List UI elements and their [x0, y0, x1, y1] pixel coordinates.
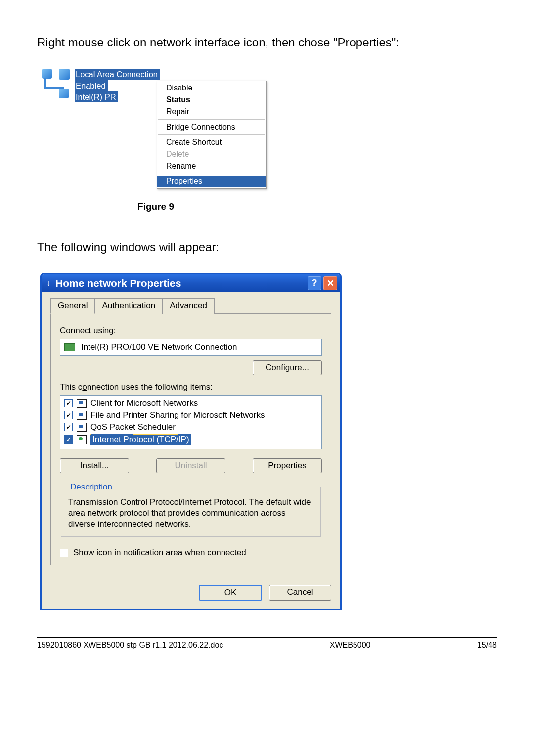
figure-9: Local Area Connection Enabled Intel(R) P… [40, 68, 497, 189]
show-icon-label: Show icon in notification area when conn… [73, 548, 246, 558]
conn-adapter-short: Intel(R) PR [75, 91, 118, 103]
menu-disable[interactable]: Disable [157, 82, 266, 94]
conn-name: Local Area Connection [75, 69, 160, 80]
tab-advanced[interactable]: Advanced [162, 298, 215, 314]
titlebar-icon: ↓ [46, 279, 50, 288]
properties-button[interactable]: Properties [253, 458, 322, 473]
checkbox-icon[interactable] [64, 411, 73, 419]
list-item-label: File and Printer Sharing for Microsoft N… [90, 410, 265, 420]
network-icon [40, 69, 70, 98]
intro-text: Right mouse click on network interface i… [37, 35, 497, 50]
dialog-footer: OK Cancel [50, 585, 331, 601]
menu-delete: Delete [157, 148, 266, 160]
menu-separator [158, 119, 265, 120]
menu-repair[interactable]: Repair [157, 106, 266, 118]
menu-bridge[interactable]: Bridge Connections [157, 121, 266, 133]
adapter-field: Intel(R) PRO/100 VE Network Connection [60, 339, 322, 356]
description-group: Description Transmission Control Protoco… [61, 482, 321, 537]
list-item-label: Client for Microsoft Networks [90, 399, 198, 408]
cancel-button[interactable]: Cancel [269, 585, 331, 601]
list-item-tcpip[interactable]: Internet Protocol (TCP/IP) [63, 433, 318, 446]
list-item-label: QoS Packet Scheduler [90, 422, 176, 432]
items-label: This connection uses the following items… [60, 382, 322, 392]
service-icon [77, 411, 87, 420]
adapter-icon [64, 343, 75, 351]
list-item-qos[interactable]: QoS Packet Scheduler [63, 421, 318, 433]
tab-general[interactable]: General [50, 298, 95, 314]
client-icon [77, 399, 87, 408]
list-item-client[interactable]: Client for Microsoft Networks [63, 398, 318, 409]
dialog-title: Home network Properties [55, 277, 181, 289]
tab-panel-general: Connect using: Intel(R) PRO/100 VE Netwo… [50, 313, 331, 565]
menu-separator [158, 134, 265, 135]
protocol-icon [77, 435, 87, 444]
service-icon [77, 423, 87, 432]
menu-status[interactable]: Status [157, 94, 266, 106]
context-menu: Disable Status Repair Bridge Connections… [157, 81, 267, 189]
second-text: The following windows will appear: [37, 239, 497, 255]
install-button[interactable]: Install... [60, 458, 129, 473]
help-button[interactable]: ? [308, 276, 321, 290]
titlebar: ↓ Home network Properties ? ✕ [42, 274, 340, 292]
description-legend: Description [68, 482, 114, 492]
show-icon-checkbox[interactable] [60, 549, 68, 557]
close-button[interactable]: ✕ [323, 276, 337, 290]
list-item-fps[interactable]: File and Printer Sharing for Microsoft N… [63, 409, 318, 421]
menu-properties[interactable]: Properties [157, 176, 266, 187]
menu-rename[interactable]: Rename [157, 160, 266, 172]
menu-shortcut[interactable]: Create Shortcut [157, 136, 266, 148]
components-list[interactable]: Client for Microsoft Networks File and P… [60, 395, 322, 449]
footer-center: XWEB5000 [330, 641, 371, 650]
adapter-name: Intel(R) PRO/100 VE Network Connection [81, 342, 237, 352]
connect-using-label: Connect using: [60, 326, 322, 336]
footer-right: 15/48 [477, 641, 497, 650]
ok-button[interactable]: OK [199, 585, 262, 601]
checkbox-icon[interactable] [64, 435, 73, 444]
description-text: Transmission Control Protocol/Internet P… [68, 497, 313, 530]
list-item-label: Internet Protocol (TCP/IP) [90, 434, 191, 445]
tab-strip: General Authentication Advanced [50, 298, 331, 314]
checkbox-icon[interactable] [64, 423, 73, 431]
page-footer: 1592010860 XWEB5000 stp GB r1.1 2012.06.… [37, 637, 497, 650]
checkbox-icon[interactable] [64, 399, 73, 407]
figure-9-caption: Figure 9 [37, 201, 274, 212]
uninstall-button: Uninstall [156, 458, 225, 473]
connection-labels: Local Area Connection Enabled Intel(R) P… [75, 69, 160, 102]
menu-separator [158, 174, 265, 174]
configure-button[interactable]: Configure... [253, 360, 322, 375]
conn-status: Enabled [75, 80, 108, 91]
tab-authentication[interactable]: Authentication [94, 298, 163, 314]
properties-dialog: ↓ Home network Properties ? ✕ General Au… [40, 273, 342, 610]
footer-left: 1592010860 XWEB5000 stp GB r1.1 2012.06.… [37, 641, 223, 650]
show-icon-row[interactable]: Show icon in notification area when conn… [60, 548, 322, 558]
